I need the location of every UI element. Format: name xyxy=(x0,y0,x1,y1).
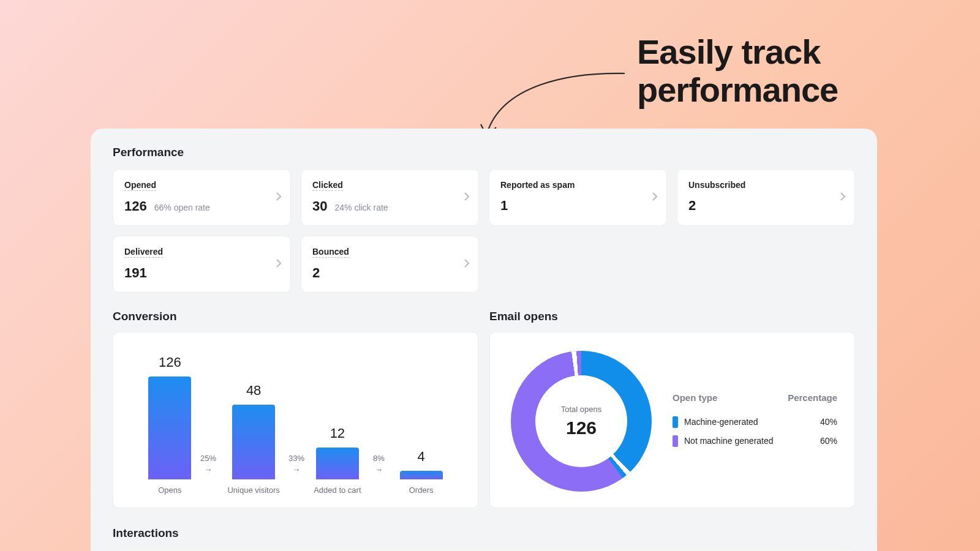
chevron-right-icon xyxy=(840,192,846,204)
hero-line1: Easily track xyxy=(637,33,838,71)
bar-caption: Unique visitors xyxy=(217,485,290,495)
bar-value: 4 xyxy=(418,449,425,465)
card-opened[interactable]: Opened 126 66% open rate xyxy=(113,169,291,226)
chevron-right-icon xyxy=(276,258,282,271)
card-bounced[interactable]: Bounced 2 xyxy=(301,236,479,293)
card-reported-as-spam[interactable]: Reported as spam 1 xyxy=(489,169,667,226)
step-rate-1: 25%→ xyxy=(200,454,216,476)
card-sub: 66% open rate xyxy=(154,203,210,212)
legend-header-pct: Percentage xyxy=(788,392,837,403)
donut-center-value: 126 xyxy=(566,418,597,438)
card-delivered[interactable]: Delivered 191 xyxy=(113,236,291,293)
arrow-right-icon: → xyxy=(292,465,301,474)
card-unsubscribed[interactable]: Unsubscribed 2 xyxy=(677,169,855,226)
card-label: Clicked xyxy=(312,180,343,191)
conversion-block: Conversion 126 48 12 xyxy=(113,310,478,508)
card-label: Reported as spam xyxy=(500,180,575,190)
performance-cards-row-1: Opened 126 66% open rate Clicked 30 24% … xyxy=(113,169,855,226)
chevron-right-icon xyxy=(276,192,282,204)
conversion-section-title: Conversion xyxy=(113,310,478,323)
chevron-right-icon xyxy=(652,192,658,204)
bar xyxy=(316,448,359,479)
hero-title: Easily track performance xyxy=(637,33,838,108)
interactions-section-title: Interactions xyxy=(113,527,855,540)
bar-orders: 4 xyxy=(385,449,458,479)
card-label: Delivered xyxy=(124,247,163,258)
conversion-chart-card: 126 48 12 4 xyxy=(113,332,478,508)
card-value: 1 xyxy=(500,198,508,214)
email-opens-section-title: Email opens xyxy=(489,310,855,323)
hero-line2: performance xyxy=(637,71,838,109)
email-opens-block: Email opens Total opens 126 Ope xyxy=(489,310,855,508)
legend-header-type: Open type xyxy=(673,392,717,403)
card-value: 30 xyxy=(312,198,327,214)
bar-caption: Orders xyxy=(385,485,458,495)
bar-unique-visitors: 48 xyxy=(217,383,290,479)
bar xyxy=(148,377,191,479)
arrow-right-icon: → xyxy=(204,465,213,474)
step-rate-3: 8%→ xyxy=(373,454,385,476)
legend-swatch-icon xyxy=(673,435,678,447)
bar-caption: Opens xyxy=(133,485,206,495)
bar-value: 126 xyxy=(159,354,181,370)
legend-pct: 40% xyxy=(820,417,837,427)
donut-legend: Open type Percentage Machine-generated 4… xyxy=(670,392,840,451)
card-value: 2 xyxy=(312,265,320,281)
card-value: 126 xyxy=(124,198,147,214)
card-value: 191 xyxy=(124,265,147,281)
legend-pct: 60% xyxy=(820,436,837,446)
legend-swatch-icon xyxy=(673,416,678,428)
card-sub: 24% click rate xyxy=(334,203,388,212)
dashboard-panel: Performance Opened 126 66% open rate Cli… xyxy=(91,129,877,551)
chevron-right-icon xyxy=(464,192,470,204)
performance-cards-row-2: Delivered 191 Bounced 2 xyxy=(113,236,855,293)
email-opens-chart-card: Total opens 126 Open type Percentage xyxy=(489,332,855,508)
card-value: 2 xyxy=(688,198,696,214)
bar-added-to-cart: 12 xyxy=(301,425,374,479)
bar-value: 48 xyxy=(246,383,261,399)
legend-row-machine: Machine-generated 40% xyxy=(670,413,840,432)
bar xyxy=(400,471,443,479)
performance-section-title: Performance xyxy=(113,146,855,159)
bar xyxy=(232,405,275,479)
bar-opens: 126 xyxy=(133,354,206,479)
conversion-axis-labels: Opens Unique visitors Added to cart Orde… xyxy=(128,485,463,495)
card-clicked[interactable]: Clicked 30 24% click rate xyxy=(301,169,479,226)
legend-label: Machine-generated xyxy=(684,417,758,427)
card-label: Opened xyxy=(124,180,156,191)
card-label: Bounced xyxy=(312,247,349,258)
bar-value: 12 xyxy=(330,425,345,441)
donut-chart: Total opens 126 xyxy=(511,351,652,492)
arrow-right-icon: → xyxy=(374,465,383,474)
step-rate-2: 33%→ xyxy=(288,454,304,476)
bar-caption: Added to cart xyxy=(301,485,374,495)
conversion-bars: 126 48 12 4 xyxy=(128,345,463,479)
card-label: Unsubscribed xyxy=(688,180,745,190)
legend-row-not-machine: Not machine generated 60% xyxy=(670,432,840,451)
legend-label: Not machine generated xyxy=(684,436,774,446)
donut-center-label: Total opens xyxy=(561,405,602,414)
chevron-right-icon xyxy=(464,258,470,271)
